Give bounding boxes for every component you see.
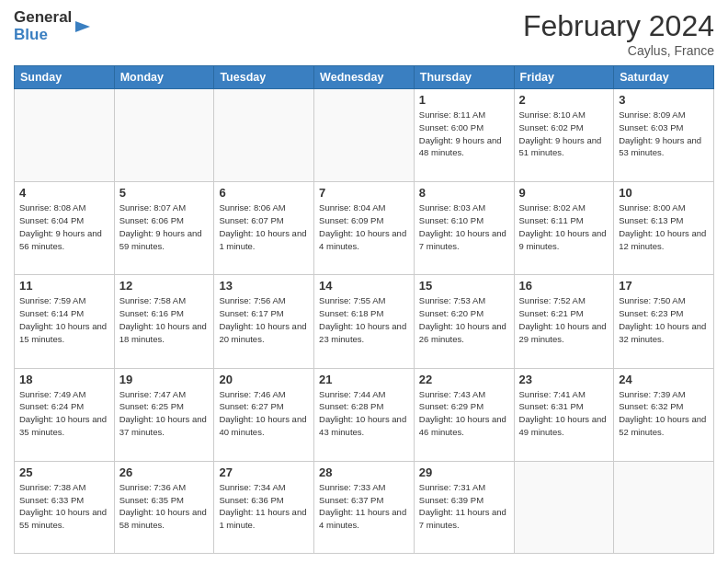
calendar-week-row: 18Sunrise: 7:49 AMSunset: 6:24 PMDayligh…: [15, 368, 714, 461]
table-row: 16Sunrise: 7:52 AMSunset: 6:21 PMDayligh…: [514, 275, 614, 368]
table-row: 12Sunrise: 7:58 AMSunset: 6:16 PMDayligh…: [114, 275, 214, 368]
table-row: 26Sunrise: 7:36 AMSunset: 6:35 PMDayligh…: [114, 461, 214, 553]
table-row: 21Sunrise: 7:44 AMSunset: 6:28 PMDayligh…: [314, 368, 415, 461]
calendar-week-row: 1Sunrise: 8:11 AMSunset: 6:00 PMDaylight…: [15, 89, 714, 182]
day-number: 20: [219, 373, 309, 386]
day-number: 2: [519, 93, 609, 107]
table-row: 2Sunrise: 8:10 AMSunset: 6:02 PMDaylight…: [514, 89, 614, 182]
th-tuesday: Tuesday: [214, 66, 314, 89]
table-row: 29Sunrise: 7:31 AMSunset: 6:39 PMDayligh…: [414, 461, 514, 553]
day-info: Sunrise: 8:10 AMSunset: 6:02 PMDaylight:…: [519, 109, 609, 159]
day-info: Sunrise: 7:44 AMSunset: 6:28 PMDaylight:…: [319, 388, 409, 439]
table-row: [15, 89, 115, 182]
day-info: Sunrise: 8:07 AMSunset: 6:06 PMDaylight:…: [119, 201, 210, 252]
table-row: 20Sunrise: 7:46 AMSunset: 6:27 PMDayligh…: [214, 368, 314, 461]
calendar-week-row: 4Sunrise: 8:08 AMSunset: 6:04 PMDaylight…: [15, 182, 714, 275]
day-info: Sunrise: 7:55 AMSunset: 6:18 PMDaylight:…: [319, 294, 409, 345]
table-row: 27Sunrise: 7:34 AMSunset: 6:36 PMDayligh…: [214, 461, 314, 553]
day-number: 4: [19, 186, 109, 200]
th-wednesday: Wednesday: [314, 66, 415, 89]
day-number: 3: [619, 93, 709, 107]
day-number: 24: [619, 373, 709, 386]
day-number: 27: [219, 465, 309, 479]
table-row: 14Sunrise: 7:55 AMSunset: 6:18 PMDayligh…: [314, 275, 415, 368]
table-row: 15Sunrise: 7:53 AMSunset: 6:20 PMDayligh…: [414, 275, 514, 368]
page: General Blue February 2024 Caylus, Franc…: [0, 0, 728, 563]
logo: General Blue: [14, 9, 92, 43]
day-number: 12: [119, 279, 210, 293]
day-number: 7: [319, 186, 409, 200]
day-info: Sunrise: 7:39 AMSunset: 6:32 PMDaylight:…: [619, 388, 709, 439]
day-number: 10: [619, 186, 709, 200]
day-info: Sunrise: 7:31 AMSunset: 6:39 PMDaylight:…: [419, 481, 509, 532]
day-info: Sunrise: 8:00 AMSunset: 6:13 PMDaylight:…: [619, 201, 709, 252]
day-info: Sunrise: 7:52 AMSunset: 6:21 PMDaylight:…: [519, 294, 609, 345]
day-header-row: Sunday Monday Tuesday Wednesday Thursday…: [15, 66, 714, 89]
logo-blue: Blue: [14, 27, 72, 44]
day-info: Sunrise: 7:41 AMSunset: 6:31 PMDaylight:…: [519, 388, 609, 439]
day-info: Sunrise: 7:50 AMSunset: 6:23 PMDaylight:…: [619, 294, 709, 345]
day-number: 6: [219, 186, 309, 200]
th-thursday: Thursday: [414, 66, 514, 89]
day-info: Sunrise: 7:36 AMSunset: 6:35 PMDaylight:…: [119, 481, 210, 532]
day-number: 13: [219, 279, 309, 293]
table-row: 22Sunrise: 7:43 AMSunset: 6:29 PMDayligh…: [414, 368, 514, 461]
day-number: 22: [419, 373, 509, 386]
day-number: 21: [319, 373, 409, 386]
table-row: 13Sunrise: 7:56 AMSunset: 6:17 PMDayligh…: [214, 275, 314, 368]
th-friday: Friday: [514, 66, 614, 89]
day-info: Sunrise: 7:43 AMSunset: 6:29 PMDaylight:…: [419, 388, 509, 439]
table-row: [314, 89, 415, 182]
day-info: Sunrise: 7:53 AMSunset: 6:20 PMDaylight:…: [419, 294, 509, 345]
day-number: 23: [519, 373, 609, 386]
table-row: 25Sunrise: 7:38 AMSunset: 6:33 PMDayligh…: [15, 461, 115, 553]
day-info: Sunrise: 8:09 AMSunset: 6:03 PMDaylight:…: [619, 109, 709, 159]
table-row: 19Sunrise: 7:47 AMSunset: 6:25 PMDayligh…: [114, 368, 214, 461]
table-row: 4Sunrise: 8:08 AMSunset: 6:04 PMDaylight…: [15, 182, 115, 275]
month-title: February 2024: [523, 9, 714, 43]
day-number: 18: [19, 373, 109, 386]
calendar-week-row: 25Sunrise: 7:38 AMSunset: 6:33 PMDayligh…: [15, 461, 714, 553]
table-row: [114, 89, 214, 182]
table-row: 18Sunrise: 7:49 AMSunset: 6:24 PMDayligh…: [15, 368, 115, 461]
day-number: 25: [19, 465, 109, 479]
table-row: [614, 461, 714, 553]
logo-arrow-icon: [74, 17, 92, 36]
table-row: 24Sunrise: 7:39 AMSunset: 6:32 PMDayligh…: [614, 368, 714, 461]
day-info: Sunrise: 8:02 AMSunset: 6:11 PMDaylight:…: [519, 201, 609, 252]
table-row: 8Sunrise: 8:03 AMSunset: 6:10 PMDaylight…: [414, 182, 514, 275]
day-number: 14: [319, 279, 409, 293]
table-row: 28Sunrise: 7:33 AMSunset: 6:37 PMDayligh…: [314, 461, 415, 553]
table-row: 10Sunrise: 8:00 AMSunset: 6:13 PMDayligh…: [614, 182, 714, 275]
day-number: 16: [519, 279, 609, 293]
logo-inner: General Blue: [14, 9, 92, 43]
th-saturday: Saturday: [614, 66, 714, 89]
day-info: Sunrise: 7:47 AMSunset: 6:25 PMDaylight:…: [119, 388, 210, 439]
table-row: 6Sunrise: 8:06 AMSunset: 6:07 PMDaylight…: [214, 182, 314, 275]
day-number: 1: [419, 93, 509, 107]
day-info: Sunrise: 8:08 AMSunset: 6:04 PMDaylight:…: [19, 201, 109, 252]
location: Caylus, France: [523, 43, 714, 58]
table-row: 3Sunrise: 8:09 AMSunset: 6:03 PMDaylight…: [614, 89, 714, 182]
day-info: Sunrise: 7:34 AMSunset: 6:36 PMDaylight:…: [219, 481, 309, 532]
day-number: 9: [519, 186, 609, 200]
table-row: 23Sunrise: 7:41 AMSunset: 6:31 PMDayligh…: [514, 368, 614, 461]
table-row: [514, 461, 614, 553]
header: General Blue February 2024 Caylus, Franc…: [14, 9, 714, 58]
day-number: 8: [419, 186, 509, 200]
day-number: 28: [319, 465, 409, 479]
svg-marker-0: [75, 21, 90, 32]
day-info: Sunrise: 7:49 AMSunset: 6:24 PMDaylight:…: [19, 388, 109, 439]
day-number: 29: [419, 465, 509, 479]
day-number: 26: [119, 465, 210, 479]
table-row: 7Sunrise: 8:04 AMSunset: 6:09 PMDaylight…: [314, 182, 415, 275]
day-number: 11: [19, 279, 109, 293]
logo-text-lines: General Blue: [14, 9, 72, 43]
day-info: Sunrise: 7:38 AMSunset: 6:33 PMDaylight:…: [19, 481, 109, 532]
th-monday: Monday: [114, 66, 214, 89]
day-info: Sunrise: 8:04 AMSunset: 6:09 PMDaylight:…: [319, 201, 409, 252]
day-number: 19: [119, 373, 210, 386]
th-sunday: Sunday: [15, 66, 115, 89]
day-info: Sunrise: 7:46 AMSunset: 6:27 PMDaylight:…: [219, 388, 309, 439]
day-number: 5: [119, 186, 210, 200]
